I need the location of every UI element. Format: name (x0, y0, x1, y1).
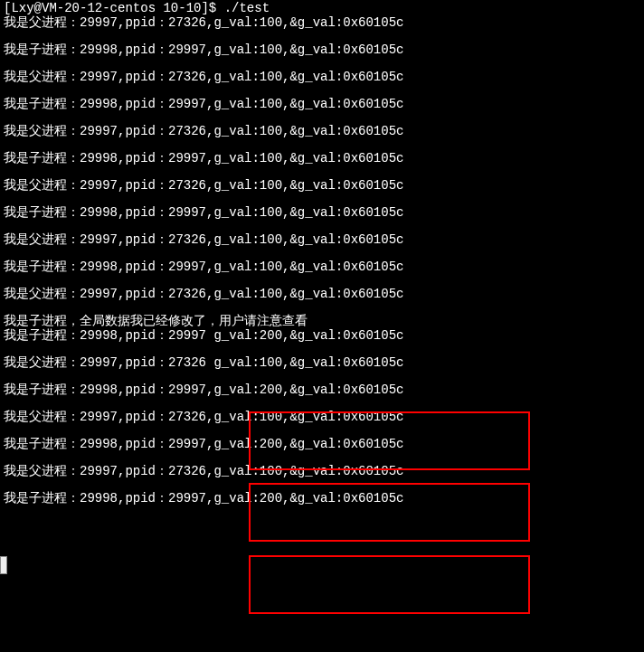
blank-line (4, 397, 640, 410)
blank-line (4, 111, 640, 124)
blank-line (4, 478, 640, 491)
output-line: 我是子进程：29998,ppid：29997,g_val:100,&g_val:… (4, 97, 640, 111)
output-line: 我是子进程：29998,ppid：29997,g_val:200,&g_val:… (4, 437, 640, 451)
blank-line (4, 220, 640, 232)
output-line: 我是子进程：29998,ppid：29997,g_val:100,&g_val:… (4, 205, 640, 220)
output-line: 我是父进程：29997,ppid：27326,g_val:100,&g_val:… (4, 287, 640, 301)
left-edge-tab (0, 556, 7, 574)
output-line: 我是子进程：29998,ppid：29997,g_val:100,&g_val:… (4, 151, 640, 165)
output-line: 我是父进程：29997,ppid：27326,g_val:100,&g_val:… (4, 464, 640, 478)
output-line: 我是子进程：29998,ppid：29997,g_val:100,&g_val:… (4, 260, 640, 274)
output-line: 我是子进程：29998,ppid：29997,g_val:200,&g_val:… (4, 383, 640, 397)
shell-prompt-line: [Lxy@VM-20-12-centos 10-10]$ ./test (4, 2, 640, 15)
blank-line (4, 57, 640, 70)
blank-line (4, 343, 640, 355)
blank-line (4, 165, 640, 178)
output-line: 我是父进程：29997,ppid：27326,g_val:100,&g_val:… (4, 232, 640, 247)
output-lines: 我是父进程：29997,ppid：27326,g_val:100,&g_val:… (4, 15, 640, 506)
output-line: 我是子进程：29998,ppid：29997,g_val:200,&g_val:… (4, 491, 640, 506)
highlight-box-3 (249, 555, 530, 614)
blank-line (4, 274, 640, 287)
output-line: 我是父进程：29997,ppid：27326,g_val:100,&g_val:… (4, 15, 640, 30)
output-line: 我是子进程：29998,ppid：29997 g_val:200,&g_val:… (4, 328, 640, 343)
blank-line (4, 193, 640, 205)
blank-line (4, 301, 640, 314)
blank-line (4, 451, 640, 464)
blank-line (4, 247, 640, 260)
output-line: 我是父进程：29997,ppid：27326,g_val:100,&g_val:… (4, 178, 640, 193)
output-line: 我是父进程：29997,ppid：27326 g_val:100,&g_val:… (4, 355, 640, 370)
blank-line (4, 370, 640, 383)
output-line: 我是父进程：29997,ppid：27326,g_val:100,&g_val:… (4, 70, 640, 84)
blank-line (4, 424, 640, 437)
blank-line (4, 138, 640, 151)
blank-line (4, 84, 640, 97)
output-line: 我是父进程：29997,ppid：27326,g_val:100,&g_val:… (4, 410, 640, 424)
output-line: 我是父进程：29997,ppid：27326,g_val:100,&g_val:… (4, 124, 640, 138)
blank-line (4, 30, 640, 43)
output-line: 我是子进程：29998,ppid：29997,g_val:100,&g_val:… (4, 43, 640, 57)
terminal-output[interactable]: [Lxy@VM-20-12-centos 10-10]$ ./test 我是父进… (0, 0, 644, 507)
output-line: 我是子进程，全局数据我已经修改了，用户请注意查看 (4, 314, 640, 328)
